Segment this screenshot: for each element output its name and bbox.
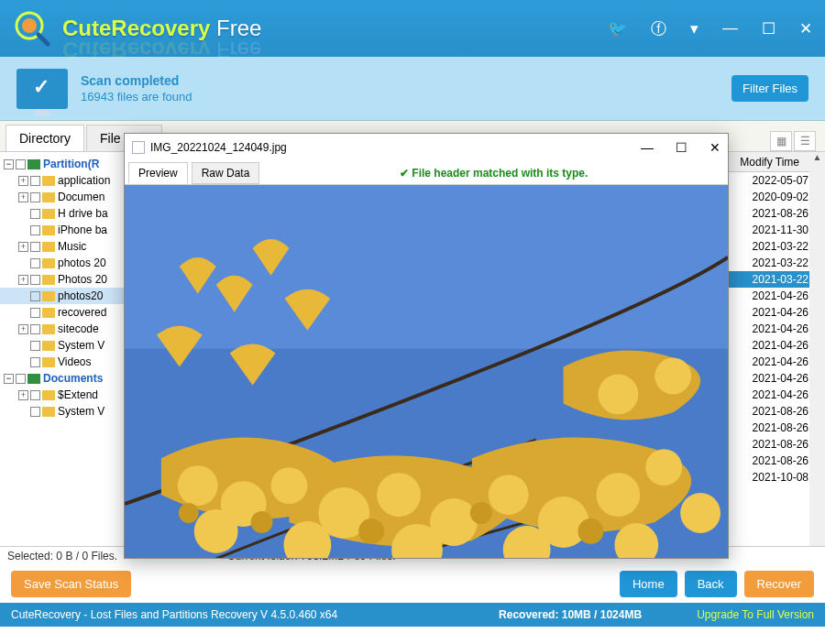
svg-point-23 (251, 511, 273, 533)
svg-point-1 (22, 18, 37, 33)
preview-minimize-icon[interactable]: — (641, 140, 654, 155)
facebook-icon[interactable]: ⓕ (651, 18, 666, 39)
upgrade-link[interactable]: Upgrade To Full Version (697, 608, 814, 621)
scroll-up-icon[interactable]: ▲ (809, 152, 825, 168)
preview-header-status: File header matched with its type. (259, 167, 728, 180)
svg-point-9 (377, 473, 421, 517)
svg-point-5 (178, 465, 218, 506)
maximize-icon[interactable]: ☐ (762, 19, 776, 38)
footer-version: CuteRecovery - Lost Files and Partitions… (11, 608, 337, 621)
preview-tab-preview[interactable]: Preview (128, 162, 188, 184)
save-scan-status-button[interactable]: Save Scan Status (11, 571, 131, 597)
svg-point-26 (578, 518, 603, 544)
preview-image (125, 185, 728, 558)
preview-maximize-icon[interactable]: ☐ (676, 140, 688, 155)
scrollbar[interactable]: ▲ (809, 152, 825, 546)
svg-point-24 (358, 518, 384, 544)
svg-point-13 (596, 473, 640, 517)
svg-point-7 (271, 467, 308, 504)
preview-tabs: Preview Raw Data File header matched wit… (125, 161, 728, 185)
footer-recovered: Recovered: 10MB / 1024MB (499, 608, 642, 621)
footer: CuteRecovery - Lost Files and Partitions… (0, 603, 825, 627)
svg-point-16 (654, 358, 691, 395)
home-button[interactable]: Home (620, 571, 677, 597)
preview-tab-rawdata[interactable]: Raw Data (192, 162, 260, 184)
svg-line-2 (38, 35, 48, 44)
svg-point-11 (489, 475, 529, 515)
recover-button[interactable]: Recover (744, 571, 814, 597)
preview-titlebar[interactable]: IMG_20221024_124049.jpg — ☐ ✕ (125, 134, 728, 161)
preview-filename: IMG_20221024_124049.jpg (150, 141, 287, 154)
back-button[interactable]: Back (685, 571, 737, 597)
title-bar: CuteRecovery Free CuteRecovery Free 🐦 ⓕ … (0, 0, 825, 57)
scan-file-count: 16943 files are found (81, 90, 192, 104)
list-view-icon[interactable]: ☰ (794, 131, 816, 151)
filter-files-button[interactable]: Filter Files (732, 75, 808, 102)
svg-point-22 (680, 493, 720, 533)
preview-window: IMG_20221024_124049.jpg — ☐ ✕ Preview Ra… (124, 133, 729, 559)
scan-status-bar: Scan completed 16943 files are found Fil… (0, 57, 825, 121)
tab-directory[interactable]: Directory (6, 125, 84, 151)
svg-point-27 (179, 503, 199, 523)
preview-close-icon[interactable]: ✕ (710, 140, 720, 155)
monitor-check-icon (16, 69, 68, 109)
twitter-icon[interactable]: 🐦 (608, 19, 627, 38)
scan-status-title: Scan completed (81, 73, 192, 88)
file-icon (132, 141, 145, 154)
minimize-icon[interactable]: — (722, 19, 738, 38)
app-logo-icon (13, 9, 51, 48)
svg-point-25 (470, 502, 492, 524)
svg-point-14 (645, 449, 682, 486)
dropdown-icon[interactable]: ▾ (690, 19, 698, 38)
selected-info: Selected: 0 B / 0 Files. (7, 550, 117, 562)
close-icon[interactable]: ✕ (799, 19, 812, 38)
app-title-reflection: CuteRecovery Free (62, 37, 261, 62)
svg-point-17 (194, 509, 238, 553)
svg-point-15 (598, 374, 638, 414)
grid-view-icon[interactable]: ▦ (770, 131, 792, 151)
bottom-bar: Save Scan Status Home Back Recover (0, 564, 825, 603)
